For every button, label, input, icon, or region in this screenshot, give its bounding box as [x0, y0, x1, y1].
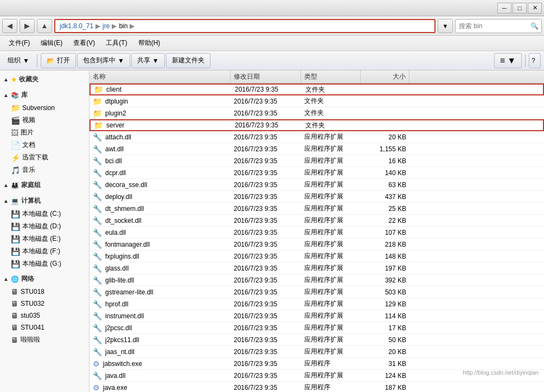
table-row[interactable]: 📁 client 2016/7/23 9:35 文件夹	[89, 83, 544, 95]
open-button[interactable]: 📂 打开	[41, 53, 76, 68]
disk-f-icon: 💾	[11, 247, 20, 256]
include-library-button[interactable]: 包含到库中 ▼	[77, 53, 130, 68]
cell-name: 🔧 j2pcsc.dll	[89, 322, 231, 333]
sidebar-item-bababa[interactable]: 🖥 啦啦啦	[0, 333, 89, 346]
table-row[interactable]: 📁 server 2016/7/23 9:35 文件夹	[89, 119, 544, 131]
breadcrumb-bin[interactable]: bin	[119, 22, 127, 30]
computer-header[interactable]: ▲ 💻 计算机	[0, 194, 89, 208]
forward-button[interactable]: ▶	[20, 19, 35, 33]
col-header-name[interactable]: 名称	[89, 70, 231, 83]
menu-help[interactable]: 帮助(H)	[133, 36, 166, 50]
sidebar-item-disk-c[interactable]: 💾 本地磁盘 (C:)	[0, 208, 89, 220]
sidebar-item-stu032[interactable]: 🖥 STU032	[0, 298, 89, 310]
address-dropdown[interactable]: ▼	[438, 19, 453, 33]
sidebar-item-docs[interactable]: 📄 文档	[0, 139, 89, 151]
favorites-header[interactable]: ▲ ★ 收藏夹	[0, 73, 89, 86]
close-button[interactable]: ✕	[528, 3, 542, 14]
table-row[interactable]: 🔧 j2pkcs11.dll 2016/7/23 9:35 应用程序扩展 50 …	[89, 334, 544, 346]
cell-type: 应用程序扩展	[301, 215, 361, 226]
table-row[interactable]: 🔧 eula.dll 2016/7/23 9:35 应用程序扩展 107 KB	[89, 227, 544, 239]
subversion-label: Subversion	[22, 104, 55, 112]
table-row[interactable]: 🔧 hprof.dll 2016/7/23 9:35 应用程序扩展 129 KB	[89, 298, 544, 310]
homegroup-header[interactable]: ▲ 👨‍👩‍👧 家庭组	[0, 178, 89, 192]
table-row[interactable]: 🔧 dt_socket.dll 2016/7/23 9:35 应用程序扩展 22…	[89, 215, 544, 227]
table-row[interactable]: 🔧 decora_sse.dll 2016/7/23 9:35 应用程序扩展 6…	[89, 179, 544, 191]
sidebar-item-stu035[interactable]: 🖥 stu035	[0, 310, 89, 322]
col-header-size[interactable]: 大小	[361, 70, 409, 83]
cell-type: 应用程序扩展	[301, 239, 361, 250]
col-header-type[interactable]: 类型	[301, 70, 361, 83]
table-row[interactable]: 🔧 bci.dll 2016/7/23 9:35 应用程序扩展 16 KB	[89, 155, 544, 167]
cell-name: 🔧 dcpr.dll	[89, 167, 231, 178]
sidebar-item-disk-f[interactable]: 💾 本地磁盘 (F:)	[0, 245, 89, 258]
file-name: jabswitch.exe	[103, 360, 142, 368]
menu-edit[interactable]: 编辑(E)	[35, 36, 68, 50]
menu-tools[interactable]: 工具(T)	[100, 36, 132, 50]
new-folder-button[interactable]: 新建文件夹	[166, 53, 210, 68]
table-row[interactable]: 🔧 awt.dll 2016/7/23 9:35 应用程序扩展 1,155 KB	[89, 143, 544, 155]
share-button[interactable]: 共享 ▼	[131, 53, 165, 68]
library-header[interactable]: ▲ 📚 库	[0, 88, 89, 102]
breadcrumb-jdk[interactable]: jdk1.8.0_71	[60, 22, 93, 30]
table-row[interactable]: ⚙ java.exe 2016/7/23 9:35 应用程序 187 KB	[89, 382, 544, 392]
table-row[interactable]: 📁 dtplugin 2016/7/23 9:35 文件夹	[89, 95, 544, 107]
breadcrumb[interactable]: jdk1.8.0_71 ▶ jre ▶ bin ▶	[54, 19, 436, 33]
file-icon: 📁	[94, 85, 103, 94]
table-row[interactable]: 🔧 jaas_nt.dll 2016/7/23 9:35 应用程序扩展 20 K…	[89, 346, 544, 358]
back-button[interactable]: ◀	[2, 19, 17, 33]
main-layout: ▲ ★ 收藏夹 ▲ 📚 库 📁 Subversion 🎬 视频 🖼 图片	[0, 70, 544, 392]
table-row[interactable]: 🔧 dt_shmem.dll 2016/7/23 9:35 应用程序扩展 25 …	[89, 203, 544, 215]
file-icon: 🔧	[93, 228, 102, 237]
minimize-button[interactable]: ─	[497, 3, 511, 14]
menu-file[interactable]: 文件(F)	[3, 36, 35, 50]
restore-button[interactable]: □	[513, 3, 527, 14]
table-row[interactable]: 🔧 fontmanager.dll 2016/7/23 9:35 应用程序扩展 …	[89, 239, 544, 250]
menu-view[interactable]: 查看(V)	[68, 36, 100, 50]
cell-type: 应用程序扩展	[301, 203, 361, 214]
sidebar-item-stu041[interactable]: 🖥 STU041	[0, 322, 89, 333]
search-input[interactable]	[455, 19, 542, 33]
table-row[interactable]: 🔧 instrument.dll 2016/7/23 9:35 应用程序扩展 1…	[89, 310, 544, 322]
table-row[interactable]: 🔧 gstreamer-lite.dll 2016/7/23 9:35 应用程序…	[89, 286, 544, 298]
breadcrumb-jre[interactable]: jre	[103, 22, 110, 30]
table-row[interactable]: 🔧 glib-lite.dll 2016/7/23 9:35 应用程序扩展 39…	[89, 274, 544, 286]
sidebar-item-video[interactable]: 🎬 视频	[0, 114, 89, 126]
view-button[interactable]: ≡ ▼	[494, 53, 522, 68]
cell-type: 应用程序扩展	[301, 286, 361, 298]
table-row[interactable]: 🔧 fxplugins.dll 2016/7/23 9:35 应用程序扩展 14…	[89, 250, 544, 262]
table-row[interactable]: 🔧 dcpr.dll 2016/7/23 9:35 应用程序扩展 140 KB	[89, 167, 544, 179]
network-header[interactable]: ▲ 🌐 网络	[0, 272, 89, 286]
sidebar-item-images[interactable]: 🖼 图片	[0, 126, 89, 139]
organize-button[interactable]: 组织 ▼	[3, 54, 34, 67]
sidebar-item-disk-d[interactable]: 💾 本地磁盘 (D:)	[0, 220, 89, 233]
cell-type: 应用程序扩展	[301, 274, 361, 286]
table-row[interactable]: ⚙ jabswitch.exe 2016/7/23 9:35 应用程序 31 K…	[89, 358, 544, 370]
favorites-icon: ★	[11, 76, 17, 83]
table-row[interactable]: 🔧 j2pcsc.dll 2016/7/23 9:35 应用程序扩展 17 KB	[89, 322, 544, 334]
cell-name: 🔧 deploy.dll	[89, 191, 231, 202]
cell-name: 🔧 bci.dll	[89, 155, 231, 166]
col-header-date[interactable]: 修改日期	[231, 70, 301, 83]
file-name: hprof.dll	[105, 300, 129, 308]
sidebar-item-stu018[interactable]: 🖥 STU018	[0, 286, 89, 298]
cell-size	[361, 95, 409, 107]
file-icon: 🔧	[93, 336, 102, 344]
sidebar-item-music[interactable]: 🎵 音乐	[0, 164, 89, 176]
sidebar-item-subversion[interactable]: 📁 Subversion	[0, 102, 89, 114]
favorites-arrow: ▲	[3, 76, 9, 82]
table-row[interactable]: 🔧 attach.dll 2016/7/23 9:35 应用程序扩展 20 KB	[89, 131, 544, 143]
table-row[interactable]: 🔧 deploy.dll 2016/7/23 9:35 应用程序扩展 437 K…	[89, 191, 544, 203]
up-button[interactable]: ▲	[37, 19, 52, 33]
cell-name: 🔧 jaas_nt.dll	[89, 346, 231, 357]
bababa-label: 啦啦啦	[21, 335, 40, 344]
cell-name: 🔧 eula.dll	[89, 227, 231, 238]
music-label: 音乐	[22, 165, 35, 175]
file-icon: 🔧	[93, 371, 102, 380]
sidebar-item-thunder[interactable]: ⚡ 迅雷下载	[0, 151, 89, 164]
help-button[interactable]: ?	[529, 53, 541, 68]
table-row[interactable]: 📁 plugin2 2016/7/23 9:35 文件夹	[89, 107, 544, 119]
cell-name: 🔧 java.dll	[89, 370, 231, 381]
table-row[interactable]: 🔧 glass.dll 2016/7/23 9:35 应用程序扩展 197 KB	[89, 262, 544, 274]
sidebar-item-disk-g[interactable]: 💾 本地磁盘 (G:)	[0, 258, 89, 270]
sidebar-item-disk-e[interactable]: 💾 本地磁盘 (E:)	[0, 233, 89, 245]
